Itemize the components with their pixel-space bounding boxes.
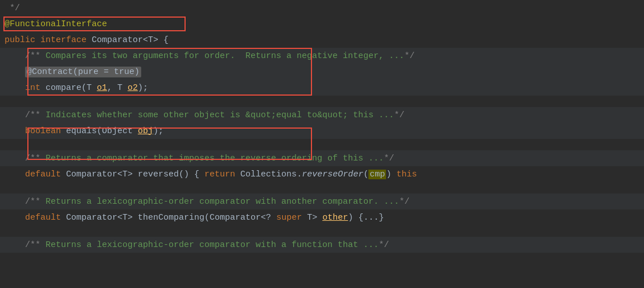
kw-interface: interface <box>40 35 92 45</box>
kw-default2: default <box>25 213 66 223</box>
code-line-10 <box>0 139 644 150</box>
generic-t: <T> { <box>143 35 169 45</box>
code-line-16 <box>0 225 644 237</box>
method-compare: compare( <box>46 83 87 93</box>
method-reversed: reversed() { <box>138 170 204 179</box>
code-line-9: boolean equals( Object obj ); <box>0 123 644 139</box>
class-comparator: Comparator <box>92 35 143 45</box>
kw-default: default <box>25 170 66 179</box>
code-line-13 <box>0 182 644 194</box>
code-line-17: /** Returns a lexicographic-order compar… <box>0 237 644 253</box>
cmp-param: cmp <box>368 170 386 179</box>
type-t1: T <box>87 83 97 93</box>
param-o2: o2 <box>128 83 138 93</box>
kw-boolean: boolean <box>25 126 66 136</box>
code-line-12: default Comparator<T> reversed() { retur… <box>0 166 644 182</box>
code-editor: */ @FunctionalInterface public interface… <box>0 0 644 288</box>
code-line-3: public interface Comparator <T> { <box>0 32 644 48</box>
comma1: , T <box>107 83 128 93</box>
collections-ref: Collections. <box>240 170 302 179</box>
code-line-8: /** Indicates whether some other object … <box>0 107 644 123</box>
type-object: Object <box>102 126 138 136</box>
contract-annotation: @Contract(pure = true) <box>25 67 141 77</box>
method-reverse-order: reverseOrder <box>302 170 363 179</box>
code-line-15: default Comparator<T> thenComparing( Com… <box>0 209 644 225</box>
type-comparator2: Comparator<T> <box>66 170 138 179</box>
code-line-4: /** Compares its two arguments for order… <box>0 48 644 64</box>
type-comparator4: Comparator<? <box>210 213 276 223</box>
type-comparator3: Comparator<T> <box>66 213 138 223</box>
code-line-11: /** Returns a comparator that imposes th… <box>0 150 644 166</box>
comment-close: */ <box>5 3 20 13</box>
close-paren1: ); <box>138 83 148 93</box>
kw-this: this <box>396 170 417 179</box>
kw-super: super <box>276 213 307 223</box>
code-line-1: */ <box>0 0 644 16</box>
kw-return: return <box>204 170 240 179</box>
close-paren2: ); <box>153 126 163 136</box>
type-t2: T> <box>307 213 322 223</box>
method-equals: equals( <box>66 126 102 136</box>
kw-public: public <box>5 35 40 45</box>
code-line-5: @Contract(pure = true) <box>0 64 644 80</box>
code-line-14: /** Returns a lexicographic-order compar… <box>0 194 644 209</box>
code-line-6: int compare( T o1 , T o2 ); <box>0 80 644 96</box>
param-o1: o1 <box>97 83 107 93</box>
code-line-2: @FunctionalInterface <box>0 16 644 32</box>
code-line-7 <box>0 96 644 107</box>
kw-int: int <box>25 83 46 93</box>
method-then-comparing: thenComparing( <box>138 213 210 223</box>
param-obj: obj <box>138 126 153 136</box>
param-other: other <box>322 213 348 223</box>
annotation-functional: @FunctionalInterface <box>5 19 107 29</box>
